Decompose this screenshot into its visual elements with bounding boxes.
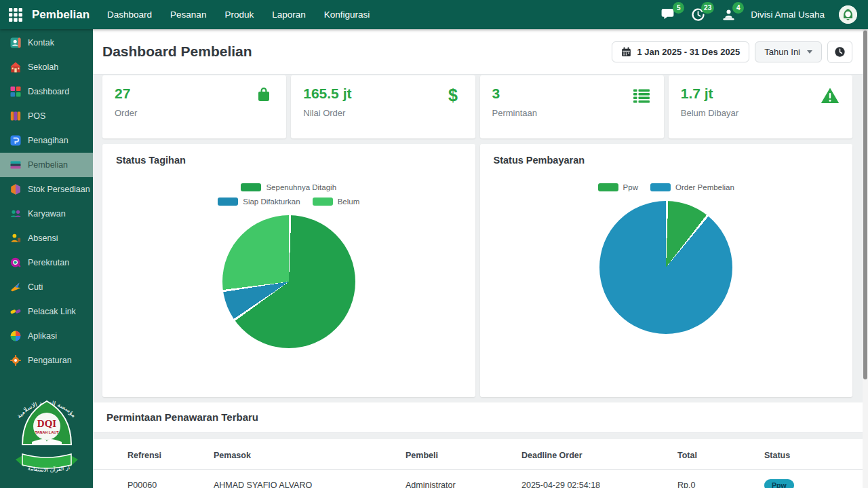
kpi-label: Order [115, 108, 274, 118]
absensi-icon [9, 232, 22, 244]
legend-item[interactable]: Ppw [598, 183, 638, 191]
sidebar-item-pos[interactable]: POS [0, 104, 93, 128]
scrollbar-thumb[interactable] [863, 31, 867, 379]
column-header-status: Status [764, 442, 868, 470]
history-clock-button[interactable] [827, 41, 852, 63]
legend-item[interactable]: Sepenuhnya Ditagih [241, 183, 336, 191]
stok-persediaan-icon [9, 183, 22, 195]
sidebar-item-pengaturan[interactable]: Pengaturan [0, 348, 93, 373]
status-badge: Ppw [764, 479, 794, 488]
sidebar-item-perekrutan[interactable]: Perekrutan [0, 250, 93, 275]
pembelian-icon [9, 159, 22, 171]
sidebar-item-label: Cuti [28, 282, 43, 292]
legend-item[interactable]: Belum [313, 198, 360, 206]
warning-triangle-icon [820, 86, 840, 106]
avatar[interactable] [839, 5, 857, 24]
legend-item[interactable]: Order Pembelian [650, 183, 734, 191]
sidebar-item-label: Dashboard [28, 87, 69, 96]
dashboard-icon [9, 86, 22, 98]
sidebar-item-sekolah[interactable]: Sekolah [0, 55, 93, 79]
recent-rfq-table: Refrensi Pemasok Pembeli Deadline Order … [93, 442, 868, 488]
apps-grid-icon[interactable] [8, 7, 23, 22]
period-dropdown[interactable]: Tahun Ini [755, 41, 822, 62]
column-header-pemasok: Pemasok [214, 442, 406, 470]
date-range-button[interactable]: 1 Jan 2025 - 31 Des 2025 [612, 41, 749, 62]
sidebar-item-pembelian[interactable]: Pembelian [0, 153, 93, 177]
sidebar-item-label: Perekrutan [28, 258, 69, 267]
sidebar-item-karyawan[interactable]: Karyawan [0, 202, 93, 226]
legend-label: Sepenuhnya Ditagih [266, 183, 336, 191]
nav-item-produk[interactable]: Produk [224, 10, 254, 20]
sidebar-item-kontak[interactable]: Kontak [0, 31, 93, 55]
cell-refrensi: P00060 [93, 470, 214, 488]
sidebar-item-penagihan[interactable]: Penagihan [0, 128, 93, 153]
table-row[interactable]: P00060 AHMAD SYAFIQ ALVARO Administrator… [93, 470, 868, 488]
inbox-button[interactable]: 4 [721, 7, 736, 22]
main-content: Dashboard Pembelian 1 Jan 2025 - 31 Des … [93, 29, 868, 488]
messages-button[interactable]: 5 [661, 7, 677, 22]
column-header-refrensi: Refrensi [93, 442, 214, 470]
nav-item-laporan[interactable]: Laporan [272, 10, 306, 20]
sekolah-icon [9, 61, 22, 73]
sidebar-item-label: Pembelian [28, 160, 68, 170]
cell-total: Rp.0 [677, 470, 764, 488]
kpi-card-permintaan[interactable]: 3 Permintaan [480, 75, 664, 138]
pelacak-link-icon [9, 305, 22, 318]
sidebar-item-label: Sekolah [28, 62, 58, 72]
status-tagihan-card: Status Tagihan Sepenuhnya Ditagih Siap D… [102, 144, 475, 397]
pos-icon [9, 110, 22, 122]
kpi-card-order[interactable]: 27 Order [102, 75, 286, 138]
column-header-total: Total [677, 442, 764, 470]
clock-icon [834, 46, 846, 58]
chart-title: Status Tagihan [116, 155, 462, 166]
shopping-bag-icon [254, 86, 274, 106]
kpi-value: 3 [492, 86, 652, 102]
sidebar-item-cuti[interactable]: Cuti [0, 275, 93, 299]
legend-item[interactable]: Siap Difakturkan [218, 198, 300, 206]
navbar-right: 5 23 4 Divisi Amal Usaha [661, 5, 857, 24]
legend-swatch [241, 183, 261, 191]
sidebar-item-label: Pengaturan [28, 356, 72, 365]
aplikasi-icon [9, 330, 22, 342]
sidebar-item-label: Stok Persediaan [28, 185, 90, 194]
app-title[interactable]: Pembelian [32, 8, 90, 22]
nav-item-konfigurasi[interactable]: Konfigurasi [324, 10, 370, 20]
dollar-icon: $ [443, 86, 463, 106]
kontak-icon [9, 37, 22, 49]
sidebar-item-label: Kontak [28, 38, 54, 48]
sidebar-item-aplikasi[interactable]: Aplikasi [0, 324, 93, 348]
sidebar-item-absensi[interactable]: Absensi [0, 226, 93, 250]
header-controls: 1 Jan 2025 - 31 Des 2025 Tahun Ini [612, 41, 852, 63]
sidebar-item-dashboard[interactable]: Dashboard [0, 79, 93, 104]
recent-rfq-table-container: Refrensi Pemasok Pembeli Deadline Order … [93, 439, 868, 488]
pengaturan-icon [9, 354, 22, 367]
charts-row: Status Tagihan Sepenuhnya Ditagih Siap D… [93, 138, 868, 397]
nav-item-pesanan[interactable]: Pesanan [170, 10, 206, 20]
sidebar-item-stok-persediaan[interactable]: Stok Persediaan [0, 177, 93, 202]
company-switcher[interactable]: Divisi Amal Usaha [751, 10, 825, 20]
kpi-card-belum-dibayar[interactable]: 1.7 jt Belum Dibayar [669, 75, 852, 138]
cell-pembeli: Administrator [406, 470, 521, 488]
karyawan-icon [9, 208, 22, 220]
status-tagihan-legend: Sepenuhnya Ditagih Siap Difakturkan Belu… [201, 183, 377, 206]
nav-item-dashboard[interactable]: Dashboard [107, 10, 152, 20]
column-header-pembeli: Pembeli [406, 442, 521, 470]
legend-swatch [313, 198, 333, 206]
penagihan-icon [9, 134, 22, 147]
kpi-value: 1.7 jt [681, 86, 840, 102]
kpi-card-nilai-order[interactable]: 165.5 jt Nilai Order $ [291, 75, 475, 138]
status-tagihan-pie [222, 215, 355, 348]
page-title: Dashboard Pembelian [102, 43, 252, 60]
sidebar-item-label: Absensi [28, 233, 58, 243]
messages-badge: 5 [673, 2, 684, 14]
activities-button[interactable]: 23 [691, 7, 707, 22]
chart-title: Status Pembayaran [494, 155, 840, 166]
avatar-crest-icon [839, 5, 857, 24]
recent-rfq-header: Permintaan Penawaran Terbaru [93, 402, 868, 433]
logo-monogram: DQI [37, 418, 56, 429]
sidebar-item-label: Pelacak Link [28, 307, 76, 316]
page-header: Dashboard Pembelian 1 Jan 2025 - 31 Des … [93, 29, 868, 75]
sidebar-item-pelacak-link[interactable]: Pelacak Link [0, 299, 93, 324]
navbar-menu: Dashboard Pesanan Produk Laporan Konfigu… [107, 10, 370, 20]
page-scrollbar [863, 29, 868, 488]
